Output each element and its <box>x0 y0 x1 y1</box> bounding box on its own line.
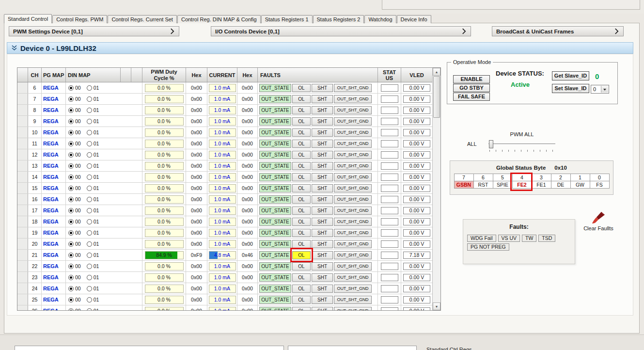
radio-din-01[interactable]: 01 <box>87 219 99 224</box>
sht-button[interactable]: SHT <box>312 162 333 170</box>
out-sht-gnd-button[interactable]: OUT_SHT_GND <box>334 195 372 204</box>
out-sht-gnd-button[interactable]: OUT_SHT_GND <box>334 296 372 304</box>
pg-map-link[interactable]: REGA <box>43 274 59 280</box>
pwm-duty-field[interactable]: 0.0 % <box>145 151 184 159</box>
pwm-duty-field[interactable]: 0.0 % <box>145 84 184 92</box>
out-state-button[interactable]: OUT_STATE <box>259 262 291 270</box>
current-field[interactable]: 1.0 mA <box>209 229 236 237</box>
out-state-button[interactable]: OUT_STATE <box>259 184 291 192</box>
current-field[interactable]: 1.0 mA <box>209 285 236 293</box>
current-field[interactable]: 1.0 mA <box>209 207 236 215</box>
pg-map-link[interactable]: REGA <box>43 141 59 146</box>
current-field[interactable]: 4.8 mA <box>209 251 236 259</box>
pwm-duty-field[interactable]: 84.9 % <box>145 251 184 259</box>
radio-din-00[interactable]: 00 <box>68 118 81 124</box>
sht-button[interactable]: SHT <box>312 84 333 92</box>
tab-control-regs-current-set[interactable]: Control Regs. Current Set <box>108 15 177 23</box>
radio-din-00[interactable]: 00 <box>68 85 81 91</box>
pg-map-link[interactable]: REGA <box>43 96 59 102</box>
out-sht-gnd-button[interactable]: OUT_SHT_GND <box>334 207 372 215</box>
ol-button[interactable]: OL <box>292 151 311 159</box>
pwm-duty-field[interactable]: 0.0 % <box>145 173 184 181</box>
slider-thumb[interactable] <box>489 140 493 148</box>
current-field[interactable]: 1.0 mA <box>209 273 236 282</box>
out-state-button[interactable]: OUT_STATE <box>259 117 291 126</box>
sht-button[interactable]: SHT <box>312 273 333 282</box>
tab-control-regs-pwm[interactable]: Control Regs. PWM <box>52 15 107 23</box>
fault-vs-uv[interactable]: VS UV <box>498 235 520 242</box>
ol-button[interactable]: OL <box>292 162 311 170</box>
sht-button[interactable]: SHT <box>312 117 333 126</box>
radio-din-01[interactable]: 01 <box>87 297 99 302</box>
out-sht-gnd-button[interactable]: OUT_SHT_GND <box>334 229 372 237</box>
out-state-button[interactable]: OUT_STATE <box>259 195 291 204</box>
radio-din-00[interactable]: 00 <box>68 308 81 310</box>
current-field[interactable]: 1.0 mA <box>209 128 236 137</box>
radio-din-00[interactable]: 00 <box>68 286 81 291</box>
pg-map-link[interactable]: REGA <box>43 286 59 291</box>
ol-button[interactable]: OL <box>292 195 311 204</box>
ol-button[interactable]: OL <box>292 106 311 114</box>
ol-button[interactable]: OL <box>292 285 311 293</box>
pg-map-link[interactable]: REGA <box>43 308 59 310</box>
sht-button[interactable]: SHT <box>312 151 333 159</box>
radio-din-01[interactable]: 01 <box>87 263 99 269</box>
radio-din-00[interactable]: 00 <box>68 219 81 224</box>
pg-map-link[interactable]: REGA <box>43 297 59 302</box>
pwm-duty-field[interactable]: 0.0 % <box>145 195 184 204</box>
radio-din-00[interactable]: 00 <box>68 96 81 102</box>
pg-map-link[interactable]: REGA <box>43 196 59 202</box>
radio-din-01[interactable]: 01 <box>87 152 99 158</box>
sht-button[interactable]: SHT <box>312 140 333 148</box>
ol-button[interactable]: OL <box>292 273 311 282</box>
radio-din-01[interactable]: 01 <box>87 241 99 247</box>
fault-wdg-fail[interactable]: WDG Fail <box>467 235 496 242</box>
current-field[interactable]: 1.0 mA <box>209 151 236 159</box>
ol-button[interactable]: OL <box>292 117 311 126</box>
radio-din-00[interactable]: 00 <box>68 263 81 269</box>
out-sht-gnd-button[interactable]: OUT_SHT_GND <box>334 285 372 293</box>
out-sht-gnd-button[interactable]: OUT_SHT_GND <box>334 162 372 170</box>
out-state-button[interactable]: OUT_STATE <box>259 307 291 311</box>
current-field[interactable]: 1.0 mA <box>209 106 236 114</box>
radio-din-01[interactable]: 01 <box>87 274 99 280</box>
radio-din-00[interactable]: 00 <box>68 129 81 135</box>
current-field[interactable]: 1.0 mA <box>209 262 236 270</box>
pwm-duty-field[interactable]: 0.0 % <box>145 184 184 192</box>
fail-safe-button[interactable]: FAIL SAFE <box>453 93 490 101</box>
pg-map-link[interactable]: REGA <box>43 174 59 180</box>
pg-map-link[interactable]: REGA <box>43 152 59 158</box>
radio-din-00[interactable]: 00 <box>68 274 81 280</box>
expander-io-controls[interactable]: I/O Controls Device [0,1] <box>211 26 471 36</box>
radio-din-00[interactable]: 00 <box>68 207 81 213</box>
tab-watchdog[interactable]: Watchdog <box>364 15 396 23</box>
pwm-duty-field[interactable]: 0.0 % <box>145 128 184 137</box>
out-sht-gnd-button[interactable]: OUT_SHT_GND <box>334 251 372 259</box>
radio-din-00[interactable]: 00 <box>68 230 81 236</box>
ol-button[interactable]: OL <box>292 207 311 215</box>
set-slave-id-button[interactable]: Set Slave_ID <box>552 84 589 93</box>
current-field[interactable]: 1.0 mA <box>209 195 236 204</box>
radio-din-00[interactable]: 00 <box>68 163 81 169</box>
device-section-header[interactable]: Device 0 - L99LDLH32 <box>7 42 633 54</box>
fault-tsd[interactable]: TSD <box>538 235 555 242</box>
pwm-duty-field[interactable]: 0.0 % <box>145 95 184 103</box>
out-state-button[interactable]: OUT_STATE <box>259 285 291 293</box>
pwm-duty-field[interactable]: 0.0 % <box>145 207 184 215</box>
ol-button[interactable]: OL <box>292 173 311 181</box>
radio-din-00[interactable]: 00 <box>68 107 81 113</box>
out-state-button[interactable]: OUT_STATE <box>259 207 291 215</box>
out-sht-gnd-button[interactable]: OUT_SHT_GND <box>334 140 372 148</box>
ol-button[interactable]: OL <box>292 128 311 137</box>
current-field[interactable]: 1.0 mA <box>209 140 236 148</box>
current-field[interactable]: 1.0 mA <box>209 117 236 126</box>
out-state-button[interactable]: OUT_STATE <box>259 296 291 304</box>
scroll-down-button[interactable]: ▼ <box>433 302 440 310</box>
sht-button[interactable]: SHT <box>312 307 333 311</box>
out-state-button[interactable]: OUT_STATE <box>259 240 291 248</box>
fault-pg-not-preg[interactable]: PG NOT PREG <box>467 243 509 251</box>
out-state-button[interactable]: OUT_STATE <box>259 173 291 181</box>
pwm-all-slider[interactable] <box>487 138 556 152</box>
table-scrollbar[interactable]: ▲ ▼ <box>432 68 440 310</box>
out-sht-gnd-button[interactable]: OUT_SHT_GND <box>334 218 372 226</box>
